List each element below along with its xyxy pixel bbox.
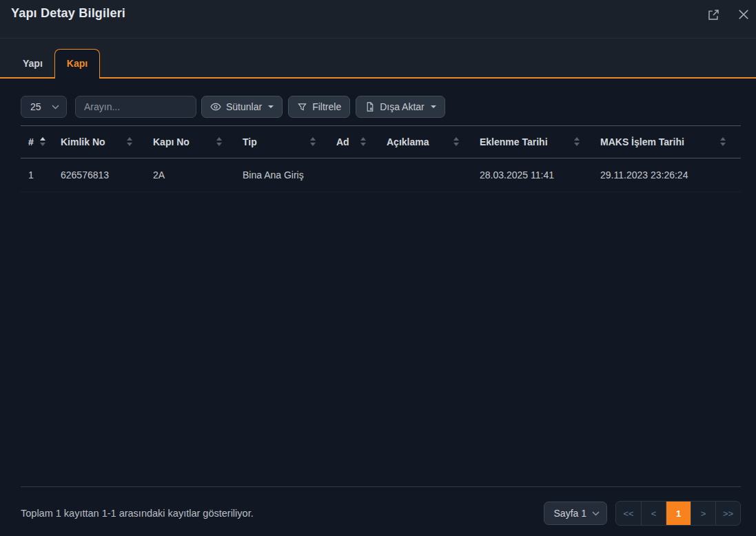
eye-icon [210, 101, 221, 112]
building-detail-dialog: Yapı Detay Bilgileri Yapı Kapı 25 [0, 0, 756, 536]
filter-button[interactable]: Filtrele [288, 96, 350, 118]
tab-bar: Yapı Kapı [0, 39, 756, 79]
tab-content: 25 Sütunlar [0, 79, 756, 536]
column-header-kapi-no[interactable]: Kapı No [147, 126, 237, 158]
data-table: # Kimlik No Kapı No Tip [21, 126, 741, 192]
records-summary: Toplam 1 kayıttan 1-1 arasındaki kayıtla… [21, 508, 254, 519]
prev-page-button[interactable]: < [641, 502, 666, 525]
sort-icon [216, 137, 222, 146]
sort-icon [127, 137, 132, 146]
page-select-value: Sayfa 1 [554, 508, 586, 519]
chevron-down-icon [592, 511, 600, 516]
sort-icon [360, 137, 366, 146]
table-toolbar: 25 Sütunlar [21, 96, 741, 118]
export-button[interactable]: Dışa Aktar [356, 96, 445, 118]
column-header-eklenme-tarihi[interactable]: Eklenme Tarihi [474, 126, 595, 158]
chevron-down-icon [52, 105, 59, 110]
cell-ad [331, 158, 381, 192]
columns-button[interactable]: Sütunlar [201, 96, 283, 118]
column-header-ad[interactable]: Ad [331, 126, 381, 158]
header-icons [707, 8, 750, 21]
column-header-tip[interactable]: Tip [237, 126, 331, 158]
page-1-button[interactable]: 1 [666, 502, 691, 525]
caret-down-icon [268, 105, 274, 108]
header-row: # Kimlik No Kapı No Tip [21, 126, 741, 158]
cell-maks-islem-tarihi: 29.11.2023 23:26:24 [595, 158, 741, 192]
data-table-container: # Kimlik No Kapı No Tip [21, 125, 741, 487]
next-page-button[interactable]: > [691, 502, 715, 525]
sort-icon [453, 137, 459, 146]
cell-index: 1 [21, 158, 55, 192]
filter-icon [297, 102, 307, 112]
close-icon[interactable] [737, 8, 750, 21]
sort-icon [720, 137, 726, 146]
columns-button-label: Sütunlar [226, 101, 262, 112]
cell-eklenme-tarihi: 28.03.2025 11:41 [474, 158, 595, 192]
table-row[interactable]: 1 626576813 2A Bina Ana Giriş 28.03.2025… [21, 158, 741, 192]
open-new-window-icon[interactable] [707, 8, 720, 21]
page-title: Yapı Detay Bilgileri [11, 6, 125, 21]
page-select[interactable]: Sayfa 1 [544, 502, 607, 525]
sort-icon [40, 137, 45, 146]
cell-aciklama [381, 158, 474, 192]
cell-kimlik-no: 626576813 [55, 158, 147, 192]
filter-button-label: Filtrele [312, 101, 341, 112]
column-header-index[interactable]: # [21, 126, 55, 158]
sort-icon [310, 137, 316, 146]
page-size-select[interactable]: 25 [21, 96, 67, 118]
page-size-value: 25 [30, 101, 41, 112]
caret-down-icon [431, 105, 436, 108]
tab-kapi[interactable]: Kapı [54, 49, 100, 79]
first-page-button[interactable]: << [616, 502, 641, 525]
table-footer: Toplam 1 kayıttan 1-1 arasındaki kayıtla… [21, 501, 741, 526]
column-header-kimlik-no[interactable]: Kimlik No [55, 126, 147, 158]
tab-yapi[interactable]: Yapı [11, 50, 54, 79]
cell-tip: Bina Ana Giriş [237, 158, 331, 192]
dialog-header: Yapı Detay Bilgileri [0, 0, 756, 39]
sort-icon [574, 137, 580, 146]
file-export-icon [365, 101, 375, 112]
column-header-aciklama[interactable]: Açıklama [381, 126, 474, 158]
cell-kapi-no: 2A [147, 158, 237, 192]
last-page-button[interactable]: >> [715, 502, 740, 525]
column-header-maks-islem-tarihi[interactable]: MAKS İşlem Tarihi [595, 126, 741, 158]
pagination: Sayfa 1 << < 1 > >> [544, 501, 741, 526]
pagination-buttons: << < 1 > >> [615, 501, 741, 526]
search-input[interactable] [75, 96, 196, 118]
export-button-label: Dışa Aktar [380, 101, 425, 112]
